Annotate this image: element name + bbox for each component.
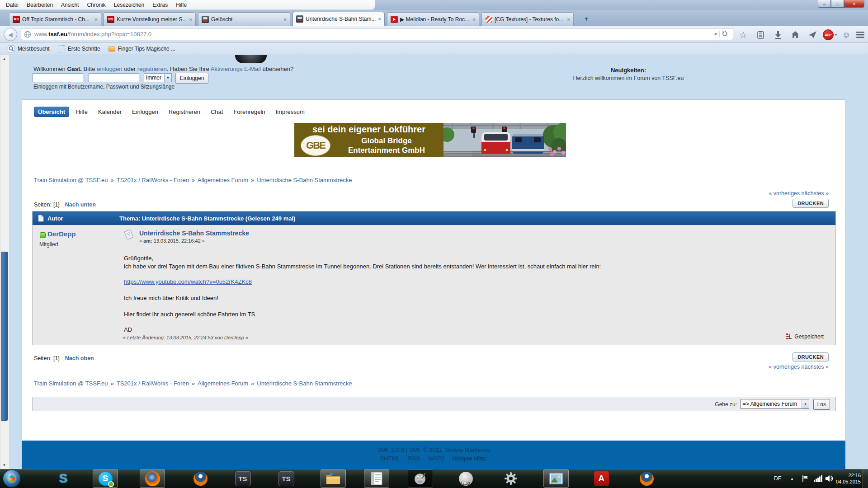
tab-close-icon[interactable]: ×: [567, 17, 570, 22]
password-input[interactable]: [89, 73, 139, 82]
tab-off-topic[interactable]: RS Off Topic Stammtisch - Ch... ×: [9, 12, 101, 26]
network-signal-icon[interactable]: [814, 469, 822, 488]
bookmark-meistbesucht[interactable]: Meistbesucht: [4, 45, 54, 52]
menu-hilfe[interactable]: Hilfe: [172, 0, 191, 10]
bookmark-erste-schritte[interactable]: Erste Schritte: [54, 45, 104, 52]
breadcrumb-link[interactable]: Train Simulation @ TSSF.eu: [34, 177, 108, 183]
login-link[interactable]: einloggen: [97, 66, 122, 72]
menu-forenregeln[interactable]: Forenregeln: [230, 107, 269, 117]
volume-icon[interactable]: [826, 469, 833, 488]
youtube-link[interactable]: https://www.youtube.com/watch?v=0u52rK4Z…: [124, 278, 252, 285]
breadcrumb-link[interactable]: Unterirdische S-Bahn Stammstrecke: [257, 177, 352, 183]
tab-unterirdische-sbahn[interactable]: Unterirdische S-Bahn Stam... ×: [292, 12, 385, 26]
menu-einloggen[interactable]: Einloggen: [128, 107, 162, 117]
breadcrumb-link[interactable]: Unterirdische S-Bahn Stammstrecke: [257, 380, 352, 387]
login-submit-button[interactable]: Einloggen: [175, 73, 208, 84]
breadcrumb-link[interactable]: Train Simulation @ TSSF.eu: [34, 380, 108, 387]
taskbar-firefox[interactable]: [140, 469, 165, 488]
taskbar-skype[interactable]: S: [93, 469, 118, 488]
show-desktop-button[interactable]: [863, 469, 868, 488]
taskbar-blender-2[interactable]: [634, 469, 659, 488]
tab-close-icon[interactable]: ×: [95, 17, 98, 22]
share-icon[interactable]: [807, 29, 818, 41]
adblock-plus-icon[interactable]: ABP: [822, 29, 834, 41]
username-input[interactable]: [33, 73, 83, 82]
activation-mail-link[interactable]: Aktivierungs E-Mail: [211, 66, 261, 72]
tab-close-icon[interactable]: ×: [284, 17, 287, 22]
tray-language[interactable]: DE: [774, 469, 782, 488]
print-button[interactable]: DRUCKEN: [793, 199, 829, 208]
menu-datei[interactable]: Datei: [2, 0, 23, 10]
taskbar-train-simulator-2[interactable]: TS: [274, 469, 299, 488]
menu-uebersicht[interactable]: Übersicht: [34, 107, 69, 117]
tab-youtube-melidian[interactable]: ▶ Melidian - Ready To Roc... ×: [387, 12, 479, 26]
nach-oben-link[interactable]: Nach oben: [65, 355, 94, 361]
menu-ansicht[interactable]: Ansicht: [57, 0, 83, 10]
prev-topic-link[interactable]: « vorheriges: [769, 364, 800, 370]
scrollbar-thumb[interactable]: [1, 252, 8, 421]
menu-kalender[interactable]: Kalender: [94, 107, 125, 117]
url-dropdown-icon[interactable]: ▾: [712, 31, 719, 37]
breadcrumb-link[interactable]: TS201x / RailWorks - Foren: [117, 177, 189, 183]
chat-smiley-icon[interactable]: ☺: [840, 29, 852, 41]
taskbar-train-simulator[interactable]: TS: [230, 469, 255, 488]
downloads-icon[interactable]: [772, 29, 784, 41]
breadcrumb-link[interactable]: Allgemeines Forum: [198, 177, 248, 183]
taskbar-skype-classic[interactable]: S: [51, 469, 76, 488]
start-button[interactable]: [3, 469, 21, 488]
register-link[interactable]: registrieren: [137, 66, 167, 72]
menu-bearbeiten[interactable]: Bearbeiten: [23, 0, 57, 10]
vertical-scrollbar[interactable]: ▲ ▼: [0, 55, 9, 469]
home-icon[interactable]: [789, 29, 801, 41]
tab-close-icon[interactable]: ×: [378, 16, 381, 22]
hamburger-menu-icon[interactable]: [854, 29, 866, 41]
breadcrumb-link[interactable]: Allgemeines Forum: [198, 380, 248, 387]
bookmark-star-icon[interactable]: ☆: [737, 29, 749, 41]
action-center-flag-icon[interactable]: [802, 469, 809, 488]
taskbar-photo-viewer[interactable]: [543, 469, 569, 488]
jump-to-go-button[interactable]: Los: [813, 399, 830, 410]
next-topic-link[interactable]: nächstes »: [802, 364, 829, 370]
taskbar-sketchup[interactable]: PRO: [453, 469, 478, 488]
adblock-dropdown-icon[interactable]: ▾: [833, 29, 839, 41]
nach-unten-link[interactable]: Nach unten: [65, 202, 96, 208]
session-length-select[interactable]: Immer ▼: [144, 73, 172, 82]
post-title-link[interactable]: Unterirdische S-Bahn Stammstrecke: [139, 230, 249, 237]
gbe-banner-ad[interactable]: sei dein eigener Lokführer GBE Global Br…: [294, 123, 566, 157]
url-bar[interactable]: www.tssf.eu/forum/index.php?topic=10827.…: [21, 28, 733, 40]
taskbar-gimp[interactable]: [408, 469, 433, 488]
menu-hilfe-forum[interactable]: Hilfe: [72, 107, 91, 117]
menu-extras[interactable]: Extras: [148, 0, 172, 10]
minimize-button[interactable]: –: [818, 0, 831, 8]
tab-close-icon[interactable]: ×: [473, 17, 476, 22]
tray-expand-icon[interactable]: ▲: [790, 469, 794, 488]
tab-geloescht[interactable]: Gelöscht ×: [198, 12, 290, 26]
wap2-link[interactable]: WAP2: [428, 455, 444, 462]
tab-kurze-vorstellung[interactable]: RS Kurze Vorstellung meiner S... ×: [104, 12, 196, 26]
print-button[interactable]: DRUCKEN: [793, 352, 829, 361]
scroll-down-icon[interactable]: ▼: [0, 461, 9, 469]
taskbar-blender[interactable]: [188, 469, 213, 488]
menu-impressum[interactable]: Impressum: [272, 107, 308, 117]
menu-registrieren[interactable]: Registrieren: [165, 107, 204, 117]
next-topic-link[interactable]: nächstes »: [802, 190, 829, 197]
close-button[interactable]: ×: [844, 0, 864, 8]
prev-topic-link[interactable]: « vorheriges: [769, 190, 800, 197]
menu-chronik[interactable]: Chronik: [83, 0, 109, 10]
taskbar-adobe-reader[interactable]: A: [589, 469, 614, 488]
rss-link[interactable]: RSS: [408, 455, 420, 462]
breadcrumb-link[interactable]: TS201x / RailWorks - Foren: [117, 380, 189, 387]
menu-chat[interactable]: Chat: [207, 107, 226, 117]
new-tab-button[interactable]: +: [580, 14, 593, 24]
xhtml-link[interactable]: XHTML: [380, 455, 400, 462]
bookmarks-menu-icon[interactable]: [755, 29, 766, 41]
back-button[interactable]: ◀: [4, 28, 17, 41]
taskbar-settings[interactable]: [498, 469, 524, 488]
tab-cg-textures[interactable]: [CG Textures] - Textures fo... ×: [481, 12, 574, 26]
taskbar-text-editor[interactable]: [364, 469, 389, 488]
reload-icon[interactable]: [719, 31, 730, 38]
tray-clock[interactable]: 22:16 04.05.2015: [835, 469, 861, 488]
author-profile-link[interactable]: DerDepp: [47, 230, 76, 238]
taskbar-explorer[interactable]: [321, 469, 346, 488]
bookmark-finger-tips[interactable]: Finger Tips Magische ...: [104, 46, 179, 52]
